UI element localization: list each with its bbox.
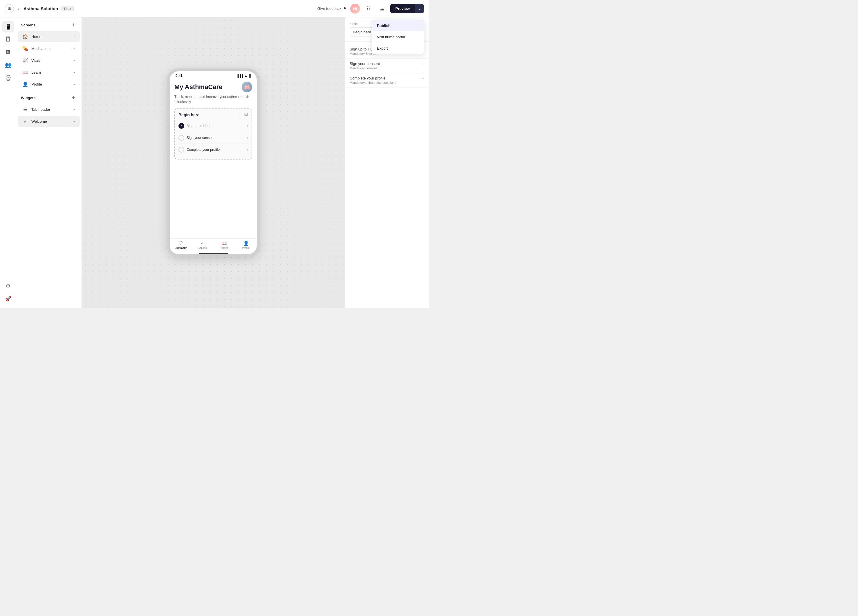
articles-icon: 📖 bbox=[221, 241, 227, 246]
sidebar-icon-settings[interactable]: ⚙ bbox=[2, 280, 14, 292]
phone-widget-item-profile[interactable]: Complete your profile › bbox=[179, 144, 248, 155]
phone-nav-profile[interactable]: 👤 Profile bbox=[235, 241, 257, 250]
main-content: 📱 🗄 🖼 👥 ⌚ ⚙ 🚀 Screens + 🏠 Home ··· 💊 Med… bbox=[0, 17, 429, 308]
consent-check-icon bbox=[179, 135, 184, 141]
battery-icon: ▓ bbox=[249, 74, 251, 78]
sidebar-item-profile[interactable]: 👤 Profile ··· bbox=[18, 79, 80, 90]
sidebar-item-medications[interactable]: 💊 Medications ··· bbox=[18, 43, 80, 54]
draft-badge: Draft bbox=[62, 6, 74, 11]
vitals-icon: 📈 bbox=[22, 58, 28, 63]
topbar: ⊕ ∨ Asthma Solution Draft Give feedback … bbox=[0, 0, 429, 17]
cloud-icon[interactable]: ☁ bbox=[377, 4, 387, 14]
screens-title: Screens bbox=[21, 23, 36, 27]
phone-time: 9:41 bbox=[176, 74, 182, 78]
phone-app-title: My AsthmaCare bbox=[174, 83, 222, 91]
actions-icon: ✓ bbox=[201, 241, 204, 246]
phone-status-bar: 9:41 ▐▐▐ ▲ ▓ bbox=[170, 71, 257, 79]
app-logo[interactable]: ⊕ bbox=[5, 4, 14, 13]
avatar[interactable]: Hi bbox=[350, 4, 360, 14]
signup-label: Sign up to Huma bbox=[187, 124, 212, 128]
export-menu-item[interactable]: Export bbox=[372, 43, 424, 54]
sidebar-icon-rocket[interactable]: 🚀 bbox=[2, 293, 14, 304]
signup-chevron-icon: › bbox=[247, 124, 248, 128]
canvas[interactable]: 9:41 ▐▐▐ ▲ ▓ My AsthmaCare 🫁 Track, mana… bbox=[82, 17, 345, 308]
publish-menu-item[interactable]: Publish bbox=[372, 20, 424, 31]
phone-mockup: 9:41 ▐▐▐ ▲ ▓ My AsthmaCare 🫁 Track, mana… bbox=[167, 68, 260, 257]
add-screen-button[interactable]: + bbox=[70, 22, 77, 28]
app-logo-icon: 🫁 bbox=[244, 84, 250, 90]
feedback-flag-icon: ⚑ bbox=[343, 6, 347, 11]
home-label: Home bbox=[31, 34, 68, 39]
complete-profile-title: Complete your profile bbox=[350, 76, 419, 80]
profile-dots-button[interactable]: ··· bbox=[71, 82, 76, 87]
sidebar-icon-watch[interactable]: ⌚ bbox=[2, 72, 14, 84]
right-panel: * Title Sign up to Huma Mandatory Sign u… bbox=[345, 17, 429, 308]
grid-icon[interactable]: ⠿ bbox=[364, 4, 373, 14]
preview-button[interactable]: Preview bbox=[390, 4, 415, 13]
profile-check-icon bbox=[179, 147, 184, 152]
nav-profile-icon: 👤 bbox=[243, 241, 249, 246]
preview-chevron-button[interactable]: ⌄ bbox=[415, 4, 424, 13]
progress-circle-icon: ◌ bbox=[239, 113, 242, 117]
complete-profile-item-dots[interactable]: ··· bbox=[419, 76, 424, 81]
phone-widget-item-consent[interactable]: Sign your consent › bbox=[179, 132, 248, 144]
feedback-label: Give feedback bbox=[317, 6, 342, 11]
profile-label: Profile bbox=[31, 82, 68, 87]
sidebar-icon-image[interactable]: 🖼 bbox=[2, 47, 14, 58]
phone-widget-item-signup[interactable]: ✓ Sign up to Huma › bbox=[179, 120, 248, 132]
visit-huma-portal-menu-item[interactable]: Visit huma portal bbox=[372, 31, 424, 43]
home-dots-button[interactable]: ··· bbox=[71, 34, 76, 39]
tab-header-icon: ☰ bbox=[22, 107, 28, 112]
tab-header-dots-button[interactable]: ··· bbox=[71, 107, 76, 112]
sidebar-icon-phone[interactable]: 📱 bbox=[2, 21, 14, 33]
icon-sidebar: 📱 🗄 🖼 👥 ⌚ ⚙ 🚀 bbox=[0, 17, 16, 308]
medications-dots-button[interactable]: ··· bbox=[71, 46, 76, 51]
phone-nav-summary[interactable]: ♡ Summary bbox=[170, 241, 191, 250]
phone-widget: Begin here ◌ 1/3 ✓ Sign up to Huma › bbox=[174, 109, 252, 160]
phone-nav-articles[interactable]: 📖 Articles bbox=[213, 241, 235, 250]
screens-section-header: Screens + bbox=[16, 17, 82, 31]
widgets-section-header: Widgets + bbox=[16, 90, 82, 104]
topbar-chevron-icon[interactable]: ∨ bbox=[17, 7, 20, 11]
wifi-icon: ▲ bbox=[244, 74, 247, 78]
right-list-item-consent[interactable]: Sign your consent Mandatory consent ··· bbox=[345, 59, 429, 73]
add-widget-button[interactable]: + bbox=[70, 94, 77, 101]
sidebar-icon-users[interactable]: 👥 bbox=[2, 59, 14, 71]
left-panel: Screens + 🏠 Home ··· 💊 Medications ··· 📈… bbox=[16, 17, 82, 308]
learn-icon: 📖 bbox=[22, 70, 28, 75]
consent-item-dots[interactable]: ··· bbox=[419, 62, 424, 67]
home-icon: 🏠 bbox=[22, 34, 28, 39]
avatar-label: Hi bbox=[353, 6, 357, 11]
logo-icon: ⊕ bbox=[8, 6, 11, 11]
actions-label: Actions bbox=[198, 247, 207, 250]
medications-label: Medications bbox=[31, 47, 68, 51]
phone-subtitle: Track, manage, and improve your asthma h… bbox=[174, 95, 252, 104]
widget-title: Begin here bbox=[179, 113, 199, 117]
learn-dots-button[interactable]: ··· bbox=[71, 70, 76, 75]
sidebar-item-vitals[interactable]: 📈 Vitals ··· bbox=[18, 55, 80, 66]
welcome-dots-button[interactable]: ··· bbox=[71, 119, 76, 124]
vitals-dots-button[interactable]: ··· bbox=[71, 58, 76, 63]
consent-chevron-icon: › bbox=[247, 136, 248, 140]
widgets-title: Widgets bbox=[21, 96, 36, 100]
welcome-label: Welcome bbox=[31, 119, 68, 124]
complete-profile-subtitle: Mandatory onboarding questions bbox=[350, 81, 419, 84]
sidebar-item-welcome[interactable]: ✓ Welcome ··· bbox=[18, 116, 80, 127]
right-list-item-complete-profile[interactable]: Complete your profile Mandatory onboardi… bbox=[345, 73, 429, 88]
home-bar bbox=[199, 253, 228, 254]
profile-icon: 👤 bbox=[22, 82, 28, 87]
sidebar-icon-database[interactable]: 🗄 bbox=[2, 34, 14, 45]
sidebar-item-tab-header[interactable]: ☰ Tab header ··· bbox=[18, 104, 80, 115]
profile-chevron-icon: › bbox=[247, 147, 248, 152]
phone-app-header: My AsthmaCare 🫁 bbox=[174, 82, 252, 92]
phone-bottom-nav: ♡ Summary ✓ Actions 📖 Articles 👤 Profile bbox=[170, 238, 257, 252]
sidebar-item-home[interactable]: 🏠 Home ··· bbox=[18, 31, 80, 42]
widget-header: Begin here ◌ 1/3 bbox=[179, 113, 248, 117]
phone-nav-actions[interactable]: ✓ Actions bbox=[191, 241, 213, 250]
give-feedback-button[interactable]: Give feedback ⚑ bbox=[317, 6, 347, 11]
vitals-label: Vitals bbox=[31, 58, 68, 63]
consent-label: Sign your consent bbox=[187, 136, 214, 140]
phone-app-logo: 🫁 bbox=[242, 82, 252, 92]
tab-header-label: Tab header bbox=[31, 107, 68, 112]
sidebar-item-learn[interactable]: 📖 Learn ··· bbox=[18, 67, 80, 78]
